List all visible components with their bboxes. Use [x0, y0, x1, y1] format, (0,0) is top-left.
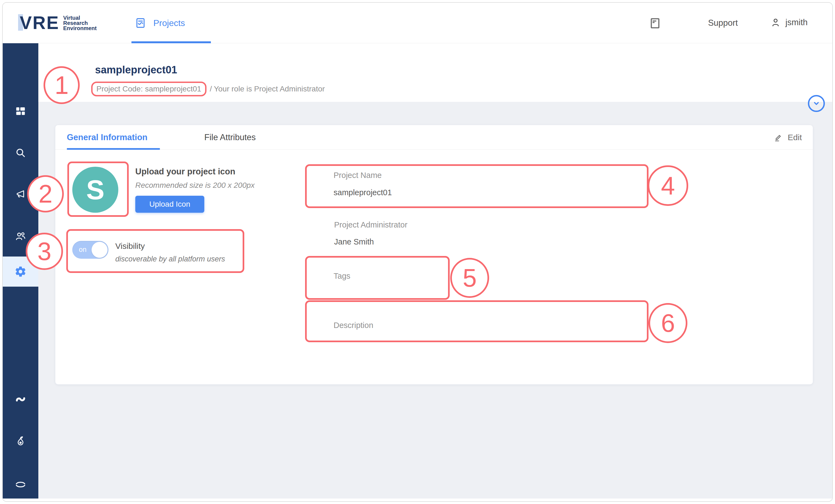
superset-icon — [14, 393, 27, 406]
page-title: sampleproject01 — [95, 64, 177, 76]
sidebar — [3, 43, 38, 499]
tags-label: Tags — [333, 272, 350, 280]
tab-file-attributes[interactable]: File Attributes — [204, 125, 256, 150]
user-menu[interactable]: jsmith — [770, 17, 808, 28]
collapse-chevron-button[interactable] — [808, 95, 825, 112]
support-label: Support — [708, 18, 738, 28]
release-notes-icon[interactable] — [649, 17, 661, 29]
active-nav-underline — [131, 41, 211, 43]
project-settings-card: General Information File Attributes Edit… — [55, 125, 813, 384]
username: jsmith — [786, 18, 808, 27]
chevron-down-icon — [811, 98, 822, 109]
sidebar-item-search[interactable] — [3, 138, 38, 168]
app-window: VRE Virtual Research Environment Project… — [2, 2, 833, 502]
toggle-state-label: on — [79, 246, 86, 253]
nav-tab-projects[interactable]: Projects — [131, 3, 188, 43]
user-icon — [770, 17, 781, 28]
project-name-value: sampleproject01 — [333, 188, 392, 197]
gear-icon — [15, 266, 26, 278]
project-admin-label: Project Administrator — [334, 220, 408, 229]
sidebar-item-guacamole[interactable] — [3, 426, 38, 456]
breadcrumb: Project Code: sampleproject01 / Your rol… — [95, 82, 325, 97]
sidebar-item-superset[interactable] — [3, 385, 38, 415]
upload-heading: Upload your project icon — [135, 167, 235, 176]
upload-hint: Recommended size is 200 x 200px — [135, 181, 255, 190]
visibility-toggle[interactable]: on — [72, 241, 108, 259]
projects-label: Projects — [154, 18, 185, 28]
pencil-icon — [773, 132, 783, 142]
vre-logo: VRE Virtual Research Environment — [20, 14, 97, 32]
description-label: Description — [333, 321, 373, 330]
project-code-annotated: Project Code: sampleproject01 — [91, 82, 206, 97]
card-tab-bar: General Information File Attributes Edit — [55, 125, 813, 150]
toggle-knob — [91, 242, 108, 258]
annotation-badge-1: 1 — [43, 66, 80, 104]
lens-icon — [14, 478, 27, 491]
sidebar-item-lens[interactable] — [3, 469, 38, 500]
project-avatar: S — [72, 167, 118, 213]
sidebar-item-users[interactable] — [3, 221, 38, 251]
top-header: VRE Virtual Research Environment Project… — [3, 3, 832, 43]
edit-button[interactable]: Edit — [773, 125, 802, 150]
search-icon — [15, 147, 26, 159]
logo-acronym: VRE — [20, 14, 59, 32]
tab-general-information[interactable]: General Information — [67, 125, 148, 150]
support-link[interactable]: Support — [708, 18, 738, 28]
visibility-label: Visibility — [115, 241, 145, 251]
visibility-hint: discoverable by all platform users — [115, 255, 225, 264]
logo-line3: Environment — [63, 26, 97, 31]
role-text: / Your role is Project Administrator — [210, 85, 325, 93]
upload-icon-button[interactable]: Upload Icon — [135, 196, 204, 213]
users-icon — [15, 230, 26, 242]
edit-label: Edit — [788, 133, 802, 142]
project-admin-value: Jane Smith — [334, 237, 374, 246]
logo-wordmark: Virtual Research Environment — [63, 15, 97, 31]
sidebar-item-settings[interactable] — [3, 256, 38, 287]
sidebar-item-announcement[interactable] — [3, 179, 38, 209]
dashboard-icon — [15, 105, 26, 117]
screenshot: VRE Virtual Research Environment Project… — [0, 0, 835, 504]
active-tab-underline — [67, 148, 160, 150]
avocado-icon — [15, 435, 26, 447]
megaphone-icon — [15, 189, 26, 200]
project-name-label: Project Name — [333, 171, 382, 180]
sidebar-item-dashboard[interactable] — [3, 96, 38, 126]
projects-icon — [135, 17, 146, 29]
